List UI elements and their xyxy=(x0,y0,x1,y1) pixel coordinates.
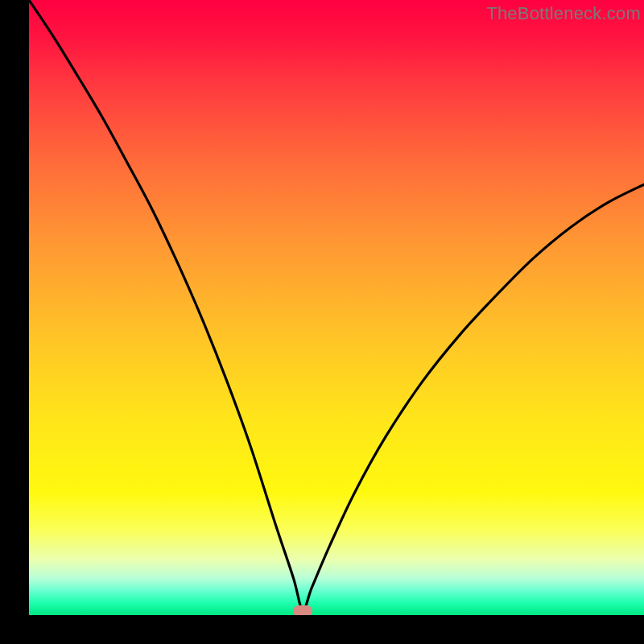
attribution-text: TheBottleneck.com xyxy=(486,3,641,24)
chart-frame: TheBottleneck.com xyxy=(0,0,644,644)
bottleneck-curve xyxy=(29,0,644,610)
curve-layer xyxy=(29,0,644,615)
minimum-marker xyxy=(293,605,312,615)
plot-area xyxy=(29,0,644,615)
